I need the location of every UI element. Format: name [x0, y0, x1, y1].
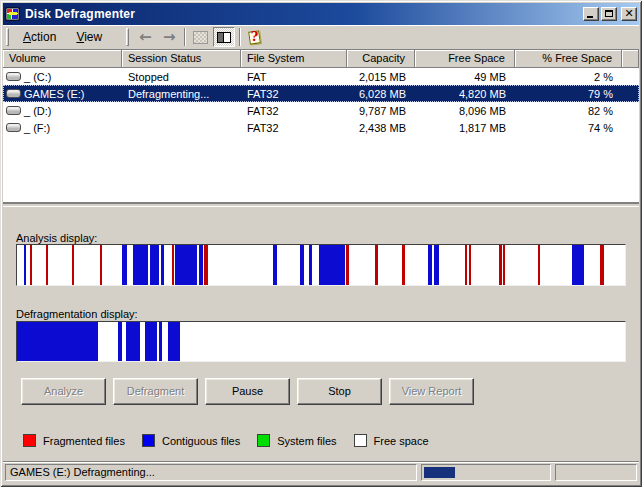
legend-swatch: [142, 434, 155, 447]
status-end-panel: [555, 464, 637, 481]
free-cell: 8,096 MB: [415, 105, 515, 117]
volume-cell: _ (C:): [3, 71, 122, 83]
contiguous-stripe: [161, 245, 164, 285]
show-console-tree-button[interactable]: [213, 27, 235, 47]
legend-swatch: [257, 434, 270, 447]
column-header-file-system[interactable]: File System: [241, 50, 347, 68]
help-icon: ?: [248, 30, 263, 45]
close-icon: ✕: [624, 9, 633, 19]
fragmented-stripe: [30, 245, 32, 285]
fragmented-stripe: [172, 245, 174, 285]
column-header--free-space[interactable]: % Free Space: [515, 50, 622, 68]
action-buttons: AnalyzeDefragmentPauseStopView Report: [21, 378, 481, 405]
toolbar-separator-2: [239, 28, 240, 46]
pct-cell: 2 %: [515, 71, 622, 83]
toolbar-separator: [184, 28, 185, 46]
menu-view[interactable]: View: [66, 27, 112, 48]
legend-item: System files: [257, 434, 336, 447]
forward-arrow-icon: →: [163, 30, 176, 45]
fragmented-stripe: [100, 245, 102, 285]
contiguous-stripe: [133, 245, 148, 285]
back-button[interactable]: ←: [134, 27, 156, 47]
pause-button[interactable]: Pause: [205, 378, 290, 405]
maximize-button[interactable]: [601, 7, 617, 21]
pct-cell: 82 %: [515, 105, 622, 117]
status-cell: Stopped: [122, 71, 241, 83]
list-header: VolumeSession StatusFile SystemCapacityF…: [3, 50, 639, 68]
volume-row[interactable]: _ (C:)StoppedFAT2,015 MB49 MB2 %: [3, 68, 639, 85]
disk-drive-icon: [6, 89, 21, 98]
legend-item: Free space: [354, 434, 429, 447]
close-button[interactable]: ✕: [621, 7, 637, 21]
fs-cell: FAT32: [241, 122, 347, 134]
legend-item: Fragmented files: [23, 434, 125, 447]
fs-cell: FAT: [241, 71, 347, 83]
contiguous-stripe: [145, 322, 157, 361]
contiguous-stripe: [122, 245, 127, 285]
volume-name: _ (C:): [24, 71, 52, 83]
export-list-button[interactable]: [189, 27, 211, 47]
status-progress-panel: [421, 464, 551, 481]
menu-action[interactable]: Action: [13, 27, 66, 48]
contiguous-stripe: [17, 322, 98, 361]
fs-cell: FAT32: [241, 88, 347, 100]
menu-toolbar-band: Action View ← → ?: [3, 25, 639, 50]
window-title: Disk Defragmenter: [25, 7, 581, 21]
status-cell: Defragmenting...: [122, 88, 241, 100]
volume-cell: _ (D:): [3, 105, 122, 117]
contiguous-stripe: [199, 245, 203, 285]
progress-fill: [424, 467, 455, 478]
band-grip[interactable]: [6, 28, 9, 46]
contiguous-stripe: [24, 245, 26, 285]
disk-defragmenter-window: Disk Defragmenter ✕ Action View ← → ?: [0, 0, 642, 487]
contiguous-stripe: [309, 245, 313, 285]
help-button[interactable]: ?: [244, 27, 266, 47]
contiguous-stripe: [175, 245, 197, 285]
fragmented-stripe: [469, 245, 471, 285]
contiguous-stripe: [319, 245, 346, 285]
contiguous-stripe: [434, 245, 439, 285]
defragment-button: Defragment: [113, 378, 198, 405]
contiguous-stripe: [168, 322, 180, 361]
volume-cell: _ (F:): [3, 122, 122, 134]
fragmented-stripe: [499, 245, 502, 285]
volume-list: VolumeSession StatusFile SystemCapacityF…: [3, 50, 639, 204]
free-cell: 1,817 MB: [415, 122, 515, 134]
capacity-cell: 9,787 MB: [347, 105, 415, 117]
analysis-display-label: Analysis display:: [16, 232, 97, 244]
contiguous-stripe: [118, 322, 122, 361]
legend-label: Fragmented files: [43, 435, 125, 447]
fragmented-stripe: [346, 245, 349, 285]
contiguous-stripe: [300, 245, 304, 285]
title-bar[interactable]: Disk Defragmenter ✕: [3, 3, 639, 25]
fragmented-stripe: [72, 245, 74, 285]
band-grip-2[interactable]: [126, 28, 129, 46]
legend-swatch: [354, 434, 367, 447]
column-header-free-space[interactable]: Free Space: [415, 50, 515, 68]
pct-cell: 74 %: [515, 122, 622, 134]
volume-row[interactable]: _ (D:)FAT329,787 MB8,096 MB82 %: [3, 102, 639, 119]
analysis-display-band: [16, 244, 626, 286]
capacity-cell: 2,015 MB: [347, 71, 415, 83]
legend-item: Contiguous files: [142, 434, 240, 447]
capacity-cell: 2,438 MB: [347, 122, 415, 134]
legend-label: System files: [277, 435, 336, 447]
column-header-session-status[interactable]: Session Status: [122, 50, 241, 68]
stop-button[interactable]: Stop: [297, 378, 382, 405]
free-cell: 49 MB: [415, 71, 515, 83]
fragmented-stripe: [503, 245, 505, 285]
fragmented-stripe: [600, 245, 604, 285]
disk-drive-icon: [6, 123, 21, 132]
contiguous-stripe: [273, 245, 277, 285]
column-header-capacity[interactable]: Capacity: [347, 50, 415, 68]
volume-row[interactable]: GAMES (E:)Defragmenting...FAT326,028 MB4…: [3, 85, 639, 102]
minimize-icon: [587, 16, 593, 18]
column-header-volume[interactable]: Volume: [3, 50, 122, 68]
defragmentation-display-label: Defragmentation display:: [16, 308, 138, 320]
fragmented-stripe: [538, 245, 540, 285]
legend: Fragmented filesContiguous filesSystem f…: [23, 434, 446, 447]
forward-button[interactable]: →: [158, 27, 180, 47]
volume-row[interactable]: _ (F:)FAT322,438 MB1,817 MB74 %: [3, 119, 639, 136]
minimize-button[interactable]: [583, 7, 599, 21]
column-header-filler: [622, 50, 639, 68]
